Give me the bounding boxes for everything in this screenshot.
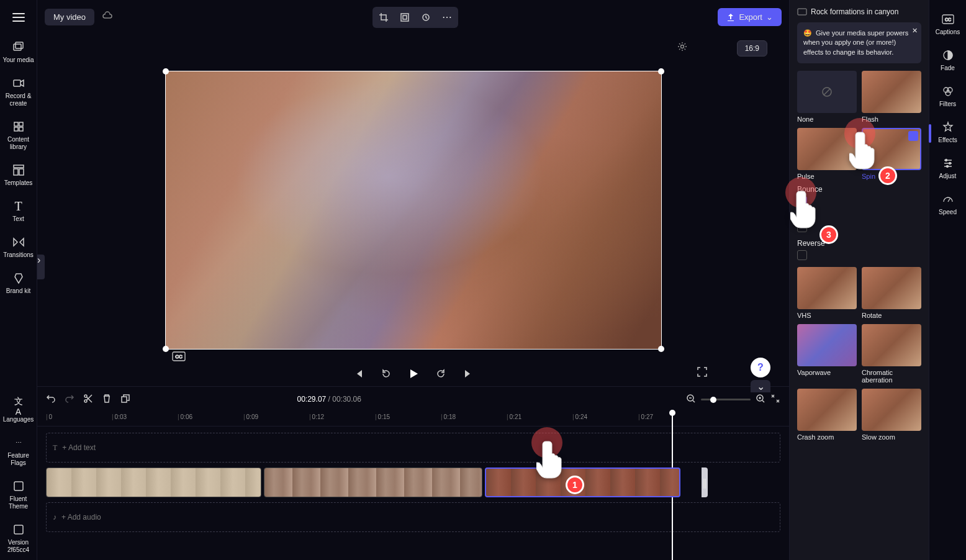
preview-canvas[interactable]: CC xyxy=(165,71,662,350)
text-track[interactable]: T+ Add text xyxy=(46,433,780,463)
tab-captions[interactable]: CCCaptions xyxy=(929,6,966,42)
export-button[interactable]: Export⌄ xyxy=(718,8,782,26)
zoom-out-button[interactable] xyxy=(686,394,696,405)
help-button[interactable]: ? xyxy=(751,358,770,377)
tab-filters[interactable]: Filters xyxy=(929,78,966,114)
label: Speed xyxy=(939,209,957,216)
effect-vhs[interactable]: VHS xyxy=(797,267,857,319)
cloud-sync-icon xyxy=(102,11,113,24)
video-track[interactable]: ‖ ‖ xyxy=(46,467,780,497)
svg-text:CC: CC xyxy=(944,17,950,22)
svg-rect-23 xyxy=(798,9,806,15)
frame-tool[interactable] xyxy=(395,9,414,26)
effect-rotate[interactable]: Rotate xyxy=(862,267,921,319)
svg-rect-13 xyxy=(403,16,407,19)
project-title[interactable]: My video xyxy=(45,9,94,25)
svg-rect-8 xyxy=(14,169,18,175)
effect-chromatic[interactable]: Chromatic aberration xyxy=(862,324,921,384)
nav-templates[interactable]: Templates xyxy=(0,157,37,193)
effect-crash-zoom[interactable]: Crash zoom xyxy=(797,389,857,441)
svg-rect-5 xyxy=(14,127,18,131)
label: Templates xyxy=(4,179,33,187)
redo-button[interactable] xyxy=(65,394,74,405)
prev-frame-button[interactable] xyxy=(351,366,366,381)
effect-none[interactable]: None xyxy=(797,71,857,123)
svg-text:CC: CC xyxy=(175,354,183,359)
tab-adjust[interactable]: Adjust xyxy=(929,150,966,186)
label: Brand kit xyxy=(6,287,30,295)
svg-rect-4 xyxy=(19,122,23,126)
aspect-ratio-selector[interactable]: 16:9 xyxy=(737,40,767,56)
effect-flash[interactable]: Flash xyxy=(862,71,921,123)
tab-speed[interactable]: Speed xyxy=(929,186,966,222)
cc-button[interactable]: CC xyxy=(171,350,187,366)
svg-rect-1 xyxy=(16,42,23,48)
back-button[interactable] xyxy=(379,366,394,381)
more-tools[interactable]: ⋯ xyxy=(438,9,456,26)
label: Fluent Theme xyxy=(0,495,37,510)
panel-toggle[interactable]: ⌄ xyxy=(751,380,770,392)
label: Version 2f65cc4 xyxy=(0,539,37,554)
svg-rect-9 xyxy=(19,169,24,175)
duplicate-button[interactable] xyxy=(120,394,130,405)
resize-handle-tr[interactable] xyxy=(658,68,664,75)
tip-close-button[interactable]: ✕ xyxy=(912,26,918,35)
nav-text[interactable]: TText xyxy=(0,193,37,229)
nav-your-media[interactable]: Your media xyxy=(0,34,37,70)
effect-vaporwave[interactable]: Vaporwave xyxy=(797,324,857,384)
detach-tool[interactable] xyxy=(417,9,435,26)
svg-rect-6 xyxy=(19,127,23,131)
clip-trim-right[interactable]: ‖ xyxy=(702,467,708,497)
video-clip-1[interactable] xyxy=(46,467,261,497)
svg-rect-2 xyxy=(14,80,20,86)
zoom-fit-button[interactable] xyxy=(770,394,780,405)
audio-track[interactable]: ♪+ Add audio xyxy=(46,502,780,532)
svg-rect-20 xyxy=(122,397,127,402)
label: Your media xyxy=(2,56,34,64)
crop-tool[interactable] xyxy=(374,9,393,26)
nav-languages[interactable]: 文ALanguages xyxy=(0,394,37,430)
nav-feature-flags[interactable]: ⋯Feature Flags xyxy=(0,430,37,473)
split-button[interactable] xyxy=(83,394,93,405)
reverse-checkbox[interactable] xyxy=(797,250,807,260)
right-panel-collapse[interactable]: ‹ xyxy=(789,248,790,273)
menu-button[interactable] xyxy=(0,0,37,34)
label: Record & create xyxy=(0,93,37,107)
play-button[interactable] xyxy=(406,366,421,381)
label: Adjust xyxy=(939,173,957,180)
effect-slow-zoom[interactable]: Slow zoom xyxy=(862,389,921,441)
nav-transitions[interactable]: Transitions xyxy=(0,229,37,265)
undo-button[interactable] xyxy=(46,394,56,405)
resize-handle-bl[interactable] xyxy=(163,346,169,352)
label: Languages xyxy=(3,416,34,423)
canvas-settings-button[interactable] xyxy=(675,39,690,54)
timeline-ruler[interactable]: 0 0:03 0:06 0:09 0:12 0:15 0:18 0:21 0:2… xyxy=(37,412,789,427)
svg-point-31 xyxy=(945,160,947,161)
tab-fade[interactable]: Fade xyxy=(929,42,966,78)
svg-point-33 xyxy=(946,166,948,168)
next-frame-button[interactable] xyxy=(461,366,476,381)
forward-button[interactable] xyxy=(433,366,448,381)
zoom-slider[interactable] xyxy=(701,399,751,400)
left-panel-collapse[interactable]: › xyxy=(37,255,45,279)
nav-content-library[interactable]: Content library xyxy=(0,114,37,157)
nav-fluent-theme[interactable]: Fluent Theme xyxy=(0,473,37,517)
chevron-down-icon: ⌄ xyxy=(766,12,773,22)
resize-handle-br[interactable] xyxy=(658,346,664,352)
settings-icon[interactable] xyxy=(908,131,918,141)
delete-button[interactable] xyxy=(102,394,112,405)
svg-point-19 xyxy=(84,400,87,402)
svg-point-32 xyxy=(949,163,950,165)
label: Effects xyxy=(938,137,957,144)
zoom-in-button[interactable] xyxy=(756,394,765,405)
tab-effects[interactable]: Effects xyxy=(929,114,966,150)
fullscreen-button[interactable] xyxy=(697,366,711,381)
title-text: My video xyxy=(53,12,86,22)
nav-brand-kit[interactable]: Brand kit xyxy=(0,265,37,301)
video-clip-2[interactable] xyxy=(264,467,482,497)
resize-handle-tl[interactable] xyxy=(163,68,169,75)
nav-version[interactable]: Version 2f65cc4 xyxy=(0,517,37,560)
active-tab-indicator xyxy=(929,124,931,143)
placeholder: + Add text xyxy=(62,443,96,452)
nav-record-create[interactable]: Record & create xyxy=(0,70,37,114)
